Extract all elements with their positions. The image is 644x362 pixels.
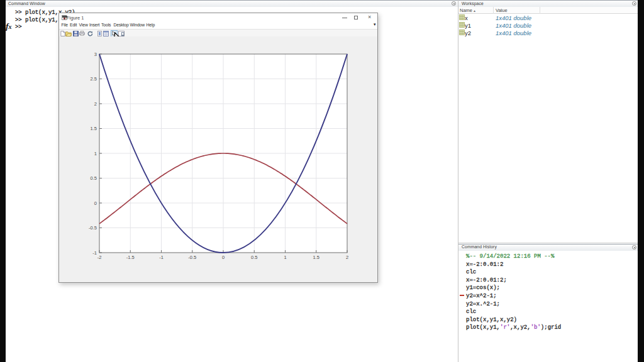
svg-text:0.5: 0.5 [91, 175, 97, 181]
svg-text:-1.5: -1.5 [126, 255, 135, 260]
svg-text:1: 1 [94, 151, 97, 156]
svg-text:-0.5: -0.5 [89, 225, 97, 231]
svg-text:1.5: 1.5 [91, 126, 97, 131]
svg-text:2: 2 [346, 255, 348, 260]
svg-text:2: 2 [94, 101, 97, 107]
svg-text:0: 0 [94, 200, 97, 206]
svg-text:1: 1 [284, 255, 286, 260]
svg-text:-1: -1 [92, 250, 97, 256]
svg-text:0.5: 0.5 [251, 255, 257, 260]
svg-text:3: 3 [94, 52, 97, 57]
svg-text:-1: -1 [159, 255, 164, 260]
svg-text:2.5: 2.5 [91, 76, 97, 82]
svg-text:0: 0 [222, 255, 225, 260]
svg-text:1.5: 1.5 [313, 255, 319, 260]
svg-text:-0.5: -0.5 [188, 255, 196, 260]
svg-text:-2: -2 [97, 255, 102, 260]
